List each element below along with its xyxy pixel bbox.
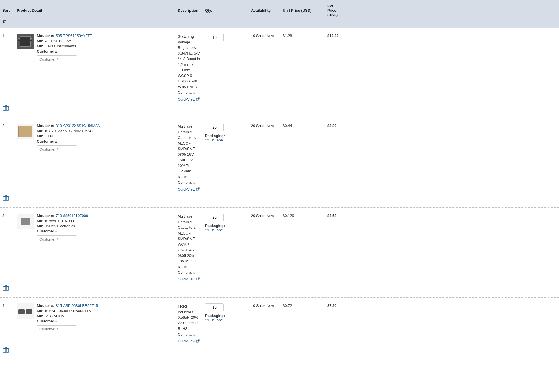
mouser-num-line: Mouser #: 710-885012107009 [37, 214, 88, 218]
ext-price-value: $12.80 [327, 34, 339, 38]
description-cell: Fixed Inductors 0.56uH 20% -55C +125C Ro… [175, 302, 203, 345]
mfr-num-value: 885012107009 [49, 219, 74, 223]
qty-input[interactable] [205, 34, 224, 41]
mfr-num-label: Mfr. #: [37, 129, 48, 133]
mfr-value: TDK [46, 134, 53, 138]
svg-rect-0 [196, 98, 198, 100]
qty-input[interactable] [205, 124, 224, 131]
mfr-line: Mfr.: ABRACON [37, 314, 98, 318]
header-unit-price: Unit Price (USD) [280, 3, 325, 18]
mouser-link[interactable]: 810-C2012X6S1C156M2A [55, 124, 100, 128]
packaging-label: Packaging: [205, 314, 225, 318]
external-link-icon [196, 277, 200, 281]
qty-input[interactable] [205, 214, 224, 221]
cut-tape-link[interactable]: **Cut Tape [205, 138, 223, 142]
mfr-label: Mfr.: [37, 44, 45, 48]
description-cell: Multilayer Ceramic Capacitors MLCC - SMD… [175, 122, 203, 193]
mfr-num-value: TPS61253AYFFT [49, 39, 78, 43]
product-detail-cell: Mouser #: 710-885012107009 Mfr. #: 88501… [14, 212, 175, 244]
header-sort[interactable]: Sort [0, 3, 14, 18]
row-number: 4 [0, 302, 14, 309]
table-row: 4 Mouser #: 815-ASPI0630LRR56T15 Mfr. #:… [0, 298, 559, 360]
product-image [17, 214, 34, 243]
ext-price-cell: $12.80 [325, 32, 342, 39]
packaging-label: Packaging: [205, 134, 225, 138]
description-cell: Multilayer Ceramic Capacitors MLCC - SMD… [175, 212, 203, 283]
mfr-line: Mfr.: Wurth Electronics [37, 224, 88, 228]
mfr-num-line: Mfr. #: TPS61253AYFFT [37, 39, 92, 43]
customer-number-input[interactable] [37, 235, 77, 243]
product-image [17, 303, 34, 333]
availability-cell: 10 Ships Now [249, 302, 280, 309]
product-detail-cell: Mouser #: 595-TPS61253AYFFT Mfr. #: TPS6… [14, 32, 175, 64]
mouser-link[interactable]: 710-885012107009 [55, 214, 88, 218]
packaging-info: Packaging: **Cut Tape [205, 314, 246, 322]
customer-num-line: Customer #: [37, 229, 88, 233]
customer-label: Customer #: [37, 229, 59, 233]
mouser-label: Mouser #: [37, 34, 54, 38]
customer-num-line: Customer #: [37, 319, 98, 323]
header-description: Description [175, 3, 203, 18]
quickview-link[interactable]: QuickView [178, 276, 200, 282]
availability-cell: 10 Ships Now [249, 32, 280, 39]
header-product-detail: Product Detail [14, 3, 106, 18]
delete-cell [0, 283, 14, 293]
qty-cell [203, 32, 249, 43]
availability-cell: 20 Ships Now [249, 212, 280, 219]
mouser-num-line: Mouser #: 810-C2012X6S1C156M2A [37, 124, 100, 128]
description-cell: Switching Voltage Regulators 3.8-MHz, 5-… [175, 32, 203, 103]
external-link-icon [196, 187, 200, 191]
svg-rect-4 [196, 278, 198, 280]
availability-text: 20 Ships Now [251, 214, 274, 218]
table-row: 3 Mouser #: 710-885012107009 Mfr. #: 885… [0, 208, 559, 298]
delete-button[interactable] [2, 104, 9, 112]
product-info: Mouser #: 810-C2012X6S1C156M2A Mfr. #: C… [37, 124, 100, 153]
mfr-num-value: C2012X6S1C156M125AC [49, 129, 93, 133]
qty-cell: Packaging: **Cut Tape [203, 302, 249, 323]
customer-number-input[interactable] [37, 145, 77, 153]
customer-label: Customer #: [37, 139, 59, 143]
mfr-num-line: Mfr. #: C2012X6S1C156M125AC [37, 129, 100, 133]
customer-number-input[interactable] [37, 55, 77, 63]
unit-price-cell: $0.44 [280, 122, 325, 129]
description-text: Switching Voltage Regulators 3.8-MHz, 5-… [178, 34, 200, 95]
product-detail-cell: Mouser #: 815-ASPI0630LRR56T15 Mfr. #: A… [14, 302, 175, 334]
table-row: 2 Mouser #: 810-C2012X6S1C156M2A Mfr. #:… [0, 118, 559, 208]
mouser-link[interactable]: 595-TPS61253AYFFT [55, 34, 92, 38]
header-spacer [106, 3, 175, 18]
unit-price-cell: $0.129 [280, 212, 325, 219]
description-text: Fixed Inductors 0.56uH 20% -55C +125C Ro… [178, 304, 198, 337]
unit-price-value: $0.72 [283, 303, 292, 308]
svg-rect-6 [196, 340, 198, 342]
mouser-link[interactable]: 815-ASPI0630LRR56T15 [55, 303, 98, 308]
row-number: 1 [0, 32, 14, 39]
quickview-link[interactable]: QuickView [178, 187, 200, 192]
mouser-num-line: Mouser #: 595-TPS61253AYFFT [37, 34, 92, 38]
cut-tape-link[interactable]: **Cut Tape [205, 228, 223, 232]
cut-tape-link[interactable]: **Cut Tape [205, 318, 223, 322]
mouser-num-line: Mouser #: 815-ASPI0630LRR56T15 [37, 303, 98, 308]
product-info: Mouser #: 595-TPS61253AYFFT Mfr. #: TPS6… [37, 34, 92, 63]
delete-button[interactable] [2, 284, 9, 292]
customer-number-input[interactable] [37, 325, 77, 333]
quickview-link[interactable]: QuickView [178, 338, 200, 344]
customer-label: Customer #: [37, 319, 59, 323]
qty-input[interactable] [205, 303, 224, 311]
delete-button[interactable] [2, 194, 9, 202]
quickview-link[interactable]: QuickView [178, 97, 200, 102]
availability-text: 10 Ships Now [251, 303, 274, 308]
availability-text: 20 Ships Now [251, 124, 274, 128]
mfr-num-label: Mfr. #: [37, 309, 48, 313]
delete-cell [0, 193, 14, 203]
header-qty: Qty. [203, 3, 249, 18]
header-ext-price: Ext. Price (USD) [325, 3, 342, 18]
unit-price-cell: $0.72 [280, 302, 325, 309]
unit-price-cell: $1.28 [280, 32, 325, 39]
delete-button[interactable] [2, 346, 9, 354]
ext-price-value: $7.20 [327, 303, 337, 308]
ext-price-cell: $2.58 [325, 212, 342, 219]
header-availability: Availability [249, 3, 280, 18]
product-rows: 1 Mouser #: 595-TPS61253AYFFT Mfr. #: TP… [0, 28, 559, 360]
packaging-label: Packaging: [205, 224, 225, 228]
mfr-num-value: ASPI-0630LR-R56M-T15 [49, 309, 91, 313]
